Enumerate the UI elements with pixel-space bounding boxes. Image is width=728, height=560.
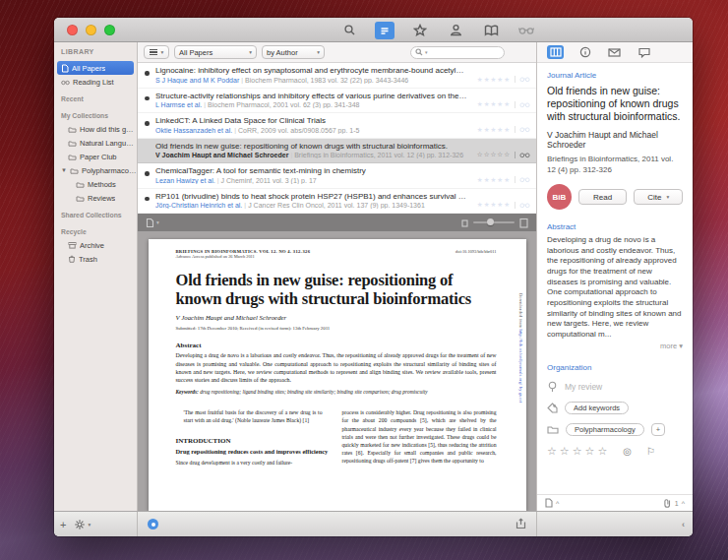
glasses-icon	[519, 176, 530, 183]
zoom-slider-knob[interactable]	[487, 218, 494, 225]
read-status-icon[interactable]: ◎	[623, 446, 632, 457]
unread-dot	[145, 96, 150, 101]
collection-natural-language[interactable]: Natural Language Proce...	[54, 136, 137, 150]
paper-row-selected[interactable]: Old friends in new guise: repositioning …	[138, 139, 536, 164]
hamburger-icon	[150, 49, 157, 56]
review-placeholder: My review	[565, 382, 602, 392]
collection-pill[interactable]: Polypharmacology	[566, 423, 644, 436]
section-recent: Recent	[54, 89, 137, 105]
overview-tab-icon[interactable]	[547, 45, 564, 59]
rating-row: ☆☆☆☆☆ ◎ ⚐	[547, 445, 683, 458]
zoom-out-page-icon[interactable]	[461, 218, 468, 227]
search-field[interactable]: ▾	[410, 46, 505, 59]
paper-row[interactable]: ChemicalTagger: A tool for semantic text…	[138, 163, 536, 189]
details-title: Old friends in new guise: repositioning …	[547, 85, 683, 123]
zoom-slider[interactable]	[473, 221, 515, 223]
sidebar-item-reading-list[interactable]: Reading List	[54, 75, 137, 89]
disclosure-triangle-icon[interactable]: ▼	[61, 167, 67, 173]
glasses-icon	[519, 126, 530, 133]
rating-stars[interactable]: ★★★★★	[477, 100, 511, 108]
chevron-down-icon: ▾	[317, 49, 320, 55]
sidebar-item-all-papers[interactable]: All Papers	[57, 61, 134, 75]
preview-eye-icon[interactable]	[148, 519, 158, 529]
reading-glasses-icon[interactable]	[516, 22, 536, 39]
zoom-in-page-icon[interactable]	[519, 218, 528, 228]
panel-bottom-controls: ‹	[537, 512, 693, 536]
sidebar-item-archive[interactable]: Archive	[54, 238, 137, 252]
details-content[interactable]: Journal Article Old friends in new guise…	[537, 63, 693, 494]
review-row[interactable]: My review	[547, 381, 683, 393]
archive-box-icon	[68, 241, 77, 249]
notes-tab-icon[interactable]	[636, 45, 652, 59]
collection-paper-club[interactable]: Paper Club	[54, 150, 137, 163]
collection-filter-dropdown[interactable]: All Papers ▾	[174, 45, 257, 59]
chevron-down-icon: ▾	[161, 49, 164, 55]
attachments-bar: ^ 1 ^	[537, 494, 693, 511]
folder-icon	[68, 140, 77, 147]
view-options-button[interactable]: ▾	[144, 45, 169, 59]
sort-dropdown[interactable]: by Author ▾	[262, 45, 325, 59]
sources-book-icon[interactable]	[481, 22, 501, 39]
favorites-star-icon[interactable]	[410, 22, 430, 39]
add-keywords-button[interactable]: Add keywords	[565, 402, 629, 414]
cite-button[interactable]: Cite▾	[634, 189, 683, 205]
rating-stars[interactable]: ☆☆☆☆☆	[477, 151, 511, 158]
rating-stars[interactable]: ★★★★★	[477, 176, 511, 184]
collection-polypharmacology[interactable]: ▼ Polypharmacology	[54, 163, 137, 177]
flag-icon[interactable]: ⚐	[646, 446, 655, 457]
attachments-toggle[interactable]: 1 ^	[663, 498, 685, 508]
author-link: S J Haque and M K Poddar	[155, 77, 239, 84]
folder-icon	[76, 181, 85, 188]
info-tab-icon[interactable]	[576, 45, 593, 59]
collapse-panel-button[interactable]: ‹	[682, 520, 685, 529]
paper-row[interactable]: LinkedCT: A Linked Data Space for Clinic…	[138, 113, 536, 139]
author-link: Jörg-Christian Heinrich et al.	[155, 202, 242, 209]
minimize-window-button[interactable]	[86, 25, 96, 35]
section-my-collections: My Collections	[54, 105, 137, 122]
rating-stars[interactable]: ★★★★★	[477, 126, 511, 134]
collection-reviews[interactable]: Reviews	[54, 191, 137, 205]
supplement-toggle[interactable]: ^	[545, 498, 559, 508]
add-collection-button[interactable]: +	[60, 519, 66, 530]
pdf-preview-area[interactable]: BRIEFINGS IN BIOINFORMATICS. VOL 12. NO …	[138, 231, 536, 511]
zoom-window-button[interactable]	[104, 25, 115, 35]
rating-stars[interactable]: ★★★★★	[477, 76, 511, 84]
paper-row[interactable]: RP101 (brivudine) binds to heat shock pr…	[138, 189, 536, 215]
details-actions: BiB Read Cite▾	[547, 184, 683, 210]
library-sidebar: LIBRARY All Papers Reading List Recent M…	[54, 42, 138, 511]
search-icon	[415, 48, 423, 56]
sharing-tab-icon[interactable]	[606, 45, 623, 59]
titlebar-toolbar	[339, 18, 536, 42]
search-icon[interactable]	[339, 22, 359, 39]
library-view-icon[interactable]	[375, 22, 394, 39]
sidebar-item-trash[interactable]: Trash	[54, 252, 137, 266]
traffic-lights	[67, 25, 115, 35]
collection-methods[interactable]: Methods	[54, 177, 137, 191]
authors-person-icon[interactable]	[446, 22, 465, 39]
settings-button[interactable]: ▾	[74, 519, 91, 530]
add-collection-button[interactable]: +	[651, 423, 665, 436]
read-button[interactable]: Read	[578, 189, 628, 205]
search-input[interactable]	[430, 49, 500, 56]
paper-list: Lignocaine: inhibitory effect on synapto…	[138, 63, 536, 214]
pdf-pages-menu-button[interactable]: ▾	[146, 218, 159, 228]
publication-type-link[interactable]: Journal Article	[547, 71, 683, 80]
share-button[interactable]	[516, 516, 526, 533]
folder-icon	[76, 195, 85, 202]
glasses-icon	[519, 202, 530, 209]
unread-dot	[145, 121, 150, 126]
pdf-keywords: Keywords: drug repositioning; ligand bin…	[176, 389, 497, 395]
pdf-toolbar: ▾	[138, 214, 536, 231]
more-link[interactable]: more ▾	[547, 342, 683, 350]
rating-stars[interactable]: ☆☆☆☆☆	[547, 445, 610, 458]
glasses-icon	[61, 79, 70, 86]
close-window-button[interactable]	[67, 25, 78, 35]
chevron-down-icon: ▾	[88, 522, 91, 528]
journal-badge[interactable]: BiB	[547, 184, 572, 210]
paper-row[interactable]: Structure-activity relationships and inh…	[138, 89, 536, 114]
collection-how-did-this-get-published[interactable]: How did this get published?	[54, 122, 137, 136]
rating-stars[interactable]: ★★★★★	[477, 201, 511, 209]
paper-row[interactable]: Lignocaine: inhibitory effect on synapto…	[138, 63, 536, 89]
pdf-article-authors: V Joachim Haupt and Michael Schroeder	[176, 314, 497, 321]
chevron-down-icon: ▾	[666, 194, 669, 200]
